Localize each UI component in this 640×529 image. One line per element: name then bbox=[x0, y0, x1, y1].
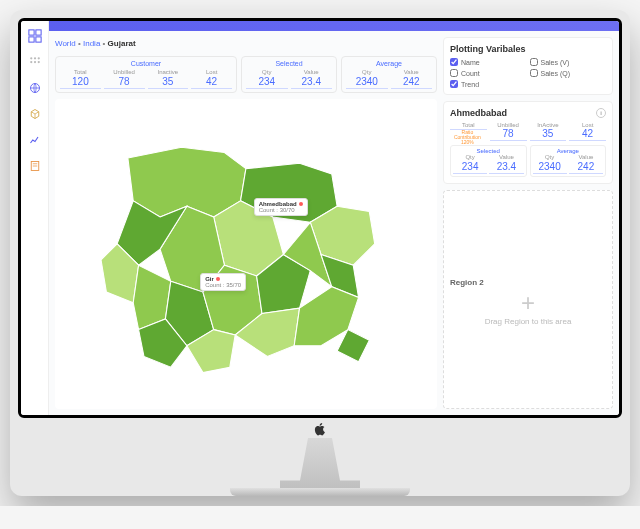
marker-dot-icon bbox=[216, 277, 220, 281]
svg-rect-3 bbox=[35, 37, 40, 42]
screen: World • India • Gujarat Customer Total12… bbox=[18, 18, 622, 418]
monitor-base bbox=[230, 488, 410, 496]
breadcrumb-india[interactable]: India bbox=[83, 39, 100, 48]
region-metric: Total Ratio Contribution120% bbox=[450, 122, 487, 141]
plus-icon: + bbox=[521, 291, 535, 315]
marker-dot-icon bbox=[299, 202, 303, 206]
monitor-stand bbox=[280, 438, 360, 488]
metric-group-selected: Selected Qty234 Value23.4 bbox=[241, 56, 337, 93]
svg-point-6 bbox=[37, 57, 39, 59]
svg-rect-1 bbox=[35, 30, 40, 35]
region-selected: Selected Qty234 Value23.4 bbox=[450, 145, 527, 177]
svg-point-9 bbox=[37, 61, 39, 63]
map-area[interactable]: Ahmedbabad Count : 30/70 Gir Count : 35/… bbox=[55, 99, 437, 409]
metric-cell: Value23.4 bbox=[291, 69, 333, 89]
metric-cell: Total120 bbox=[60, 69, 101, 89]
checkbox-trend[interactable]: Trend bbox=[450, 80, 527, 88]
metrics-row: Customer Total120 Unbilled78 Inactive35 … bbox=[55, 56, 437, 93]
checkbox-count[interactable]: Count bbox=[450, 69, 527, 77]
svg-point-5 bbox=[33, 57, 35, 59]
svg-rect-0 bbox=[28, 30, 33, 35]
document-icon[interactable] bbox=[28, 159, 42, 173]
left-column: World • India • Gujarat Customer Total12… bbox=[55, 37, 437, 409]
map-tooltip: Gir Count : 35/70 bbox=[200, 273, 246, 291]
region-average: Average Qty2340 Value242 bbox=[530, 145, 607, 177]
svg-point-7 bbox=[30, 61, 32, 63]
content: World • India • Gujarat Customer Total12… bbox=[49, 31, 619, 415]
region-metric: Lost42 bbox=[569, 122, 606, 141]
checkbox-name[interactable]: Name bbox=[450, 58, 527, 66]
ratio-badge: Ratio Contribution120% bbox=[448, 130, 487, 145]
metric-cell: Unbilled78 bbox=[104, 69, 145, 89]
metric-cell: Value242 bbox=[391, 69, 433, 89]
chart-icon[interactable] bbox=[28, 133, 42, 147]
metric-title: Customer bbox=[60, 60, 232, 67]
svg-point-8 bbox=[33, 61, 35, 63]
dashboard-icon[interactable] bbox=[28, 29, 42, 43]
metric-group-customer: Customer Total120 Unbilled78 Inactive35 … bbox=[55, 56, 237, 93]
checkbox-sales-q[interactable]: Sales (Q) bbox=[530, 69, 607, 77]
metric-cell: Qty2340 bbox=[346, 69, 388, 89]
top-accent-bar bbox=[49, 21, 619, 31]
metric-cell: Qty234 bbox=[246, 69, 288, 89]
breadcrumb-world[interactable]: World bbox=[55, 39, 76, 48]
svg-point-4 bbox=[30, 57, 32, 59]
region-metric: InActive35 bbox=[530, 122, 567, 141]
sidebar-nav bbox=[21, 21, 49, 415]
imac-monitor: World • India • Gujarat Customer Total12… bbox=[10, 10, 630, 496]
grid-icon[interactable] bbox=[28, 55, 42, 69]
metric-cell: Inactive35 bbox=[148, 69, 189, 89]
metric-cell: Lost42 bbox=[191, 69, 232, 89]
info-icon[interactable]: i bbox=[596, 108, 606, 118]
breadcrumb: World • India • Gujarat bbox=[55, 37, 437, 50]
checkbox-sales-v[interactable]: Sales (V) bbox=[530, 58, 607, 66]
gujarat-map[interactable] bbox=[74, 115, 418, 394]
globe-icon[interactable] bbox=[28, 81, 42, 95]
main-area: World • India • Gujarat Customer Total12… bbox=[49, 21, 619, 415]
region1-panel: Ahmedbabad i Total Ratio Contribution120… bbox=[443, 101, 613, 184]
breadcrumb-current: Gujarat bbox=[108, 39, 136, 48]
apple-logo-icon bbox=[313, 422, 327, 436]
plotting-panel: Plotting Varibales Name Sales (V) Count … bbox=[443, 37, 613, 95]
metric-group-average: Average Qty2340 Value242 bbox=[341, 56, 437, 93]
region2-dropzone[interactable]: Region 2 + Drag Region to this area bbox=[443, 190, 613, 409]
region-metric: Unbilled78 bbox=[490, 122, 527, 141]
map-tooltip: Ahmedbabad Count : 30/70 bbox=[254, 198, 308, 216]
cube-icon[interactable] bbox=[28, 107, 42, 121]
svg-rect-2 bbox=[28, 37, 33, 42]
right-column: Plotting Varibales Name Sales (V) Count … bbox=[443, 37, 613, 409]
